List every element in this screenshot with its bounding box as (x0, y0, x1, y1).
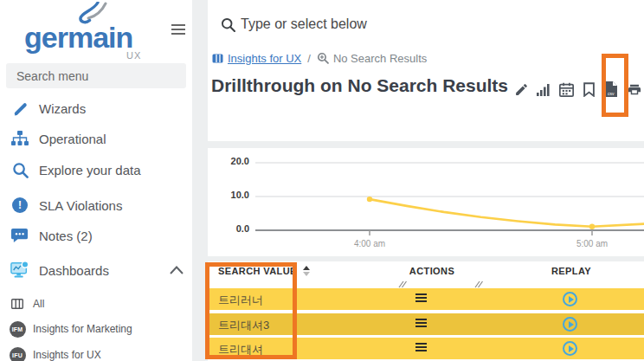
actions-menu-icon[interactable] (415, 343, 429, 353)
search-icon (10, 162, 29, 178)
table-header-row: SEARCH VALUE ACTIONS REPLAY (208, 261, 644, 282)
chart-bars-icon[interactable] (536, 81, 552, 98)
pencil-icon (10, 100, 29, 117)
sidebar-item-label: Dashboards (39, 263, 109, 278)
sidebar-item-sla-violations[interactable]: ! SLA Violations (0, 194, 192, 216)
chat-icon (10, 228, 29, 243)
ifu-badge-icon: IFU (9, 347, 26, 361)
sort-icon[interactable] (303, 266, 310, 276)
sidebar-toggle-hamburger-icon[interactable] (171, 24, 187, 36)
sidebar-item-label: Operational (39, 132, 106, 146)
breadcrumb-current: No Search Results (333, 52, 427, 65)
csv-export-icon[interactable]: csv (603, 81, 620, 98)
bookmark-icon[interactable] (581, 81, 597, 98)
alert-icon: ! (10, 197, 29, 213)
sidebar-item-label: Insights for Marketing (33, 323, 132, 335)
search-value-cell: 트리대셔3 (218, 318, 269, 333)
app-root: germain UX Wizards Operational Explore y… (0, 0, 644, 361)
chart-card: 20.0 10.0 0.0 4:00 am 5:00 am (208, 148, 644, 256)
sidebar-item-label: All (33, 298, 44, 310)
sidebar-item-operational[interactable]: Operational (0, 127, 192, 150)
sidebar-item-label: SLA Violations (39, 198, 122, 213)
sidebar-item-explore-your-data[interactable]: Explore your data (0, 158, 192, 181)
actions-menu-icon[interactable] (415, 293, 429, 304)
ifm-badge-icon: IFM (9, 321, 26, 338)
sidebar-item-dashboards[interactable]: Dashboards (0, 256, 192, 284)
search-icon (221, 17, 235, 32)
svg-text:csv: csv (608, 91, 615, 96)
main-content: Insights for UX / No Search Results Dril… (208, 0, 644, 361)
logo-brand: germain (24, 21, 132, 55)
replay-play-button[interactable] (563, 292, 577, 306)
sidebar-item-wizards[interactable]: Wizards (0, 97, 192, 119)
replay-play-button[interactable] (563, 341, 577, 356)
dashboard-columns-icon (212, 54, 223, 63)
sidebar-item-label: Notes (2) (39, 229, 93, 243)
results-table: SEARCH VALUE ACTIONS REPLAY 트리러너 트리대셔3 트… (208, 261, 644, 361)
column-header-label: SEARCH VALUE (218, 266, 297, 276)
chevron-up-icon[interactable] (170, 266, 184, 274)
column-resize-handle-icon[interactable] (398, 280, 407, 288)
search-value-cell: 트리러너 (218, 293, 263, 308)
replay-play-button[interactable] (563, 317, 577, 332)
sidebar-item-label: Explore your data (39, 163, 141, 177)
sidebar-gutter (192, 0, 208, 361)
sidebar-item-notes[interactable]: Notes (2) (0, 224, 192, 247)
table-row[interactable]: 트리러너 (208, 288, 644, 310)
columns-icon (9, 299, 26, 309)
sidebar-item-insights-for-ux[interactable]: IFU Insights for UX (0, 345, 192, 361)
x-axis-tick-label: 4:00 am (335, 239, 404, 248)
section-divider (208, 141, 644, 148)
zoom-in-icon (317, 52, 329, 64)
sidebar-item-label: Wizards (39, 101, 86, 116)
table-row[interactable]: 트리대셔 (208, 338, 644, 359)
calendar-icon[interactable] (558, 81, 575, 98)
sidebar: germain UX Wizards Operational Explore y… (0, 0, 192, 361)
column-header-actions[interactable]: ACTIONS (397, 266, 467, 276)
page-toolbar: csv (513, 81, 642, 98)
actions-menu-icon[interactable] (415, 319, 429, 329)
page-title: Drillthrough on No Search Results (211, 75, 508, 96)
sidebar-item-all[interactable]: All (0, 294, 192, 313)
logo-sub: UX (126, 50, 141, 61)
chart-line (370, 199, 644, 227)
column-header-replay[interactable]: REPLAY (537, 266, 606, 276)
dashboard-monitor-icon (10, 260, 29, 280)
sidebar-search-input[interactable] (6, 63, 186, 88)
breadcrumb: Insights for UX / No Search Results (212, 51, 427, 65)
sidebar-item-label: Insights for UX (33, 349, 101, 361)
print-icon[interactable] (626, 81, 642, 98)
global-search-input[interactable] (241, 12, 621, 36)
sitemap-icon (10, 131, 29, 146)
sidebar-item-insights-for-marketing[interactable]: IFM Insights for Marketing (0, 319, 192, 339)
search-value-cell: 트리대셔 (218, 342, 263, 358)
table-row[interactable]: 트리대셔3 (208, 313, 644, 335)
breadcrumb-parent-link[interactable]: Insights for UX (228, 52, 301, 65)
x-axis-tick-label: 5:00 am (557, 239, 627, 248)
breadcrumb-separator: / (307, 52, 311, 65)
column-resize-handle-icon[interactable] (474, 280, 483, 288)
column-header-search-value[interactable]: SEARCH VALUE (218, 266, 310, 276)
edit-pencil-icon[interactable] (513, 81, 530, 98)
